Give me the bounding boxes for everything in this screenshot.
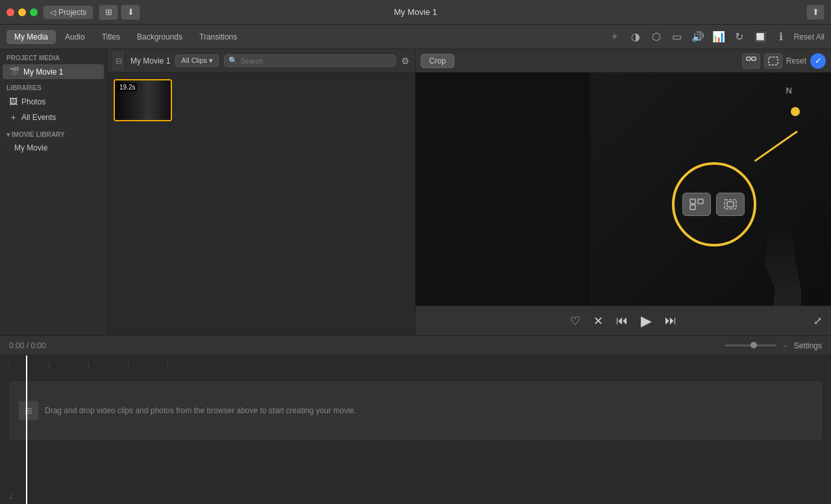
imovie-library-label: ▾ iMovie Library (0, 126, 106, 141)
svg-rect-6 (725, 200, 736, 209)
minimize-btn[interactable] (18, 8, 26, 16)
timeline-settings-button[interactable]: Settings (794, 341, 822, 350)
window-title: My Movie 1 (394, 7, 437, 17)
fullscreen-button[interactable]: ⤢ (813, 315, 822, 327)
timeline-drop-text: Drag and drop video clips and photos fro… (45, 406, 356, 415)
tab-titles[interactable]: Titles (94, 30, 128, 44)
search-icon: 🔍 (229, 56, 238, 65)
svg-rect-2 (769, 57, 778, 65)
magic-wand-icon[interactable]: ✦ (607, 29, 623, 45)
projects-button[interactable]: ◁ Projects (43, 5, 93, 19)
tab-my-media[interactable]: My Media (6, 30, 56, 44)
crop-corners-icon-button[interactable] (716, 193, 745, 216)
tab-audio[interactable]: Audio (57, 30, 93, 44)
confirm-button[interactable]: ✓ (810, 53, 826, 69)
titlebar-left: ◁ Projects ⊞ ⬇ (6, 5, 140, 20)
photos-icon: 🖼 (9, 97, 18, 106)
zoom-thumb (750, 342, 757, 348)
sidebar-toggle-button[interactable]: ⊟ (112, 51, 125, 71)
color-correction-icon[interactable]: ⬡ (649, 29, 664, 45)
color-balance-icon[interactable]: ◑ (628, 29, 643, 45)
video-preview: N (416, 73, 831, 335)
preview-panel: Crop Reset ✓ (416, 49, 831, 335)
timeline-cursor[interactable] (26, 355, 27, 504)
browser-content: 19.2s (107, 73, 415, 335)
reset-button[interactable]: Reset (786, 56, 806, 66)
playback-controls: ♡ ✕ ⏮ ▶ ⏭ ⤢ (416, 306, 831, 335)
fit-to-frame-button[interactable] (742, 53, 760, 69)
project-media-label: PROJECT MEDIA (0, 49, 106, 64)
sidebar-my-movie-label: My Movie 1 (23, 67, 63, 77)
preview-toolbar-right: Reset ✓ (742, 53, 826, 69)
crop-icon[interactable]: ▭ (669, 29, 685, 45)
info-icon[interactable]: ℹ (773, 29, 789, 45)
skip-forward-button[interactable]: ⏭ (665, 314, 676, 328)
clip-duration: 19.2s (118, 83, 137, 91)
crop-icon-buttons (682, 193, 745, 216)
clip-filter-icon[interactable]: 🔲 (752, 29, 768, 45)
timeline-track-area: ⊞ Drag and drop video clips and photos f… (0, 355, 831, 488)
browser-panel: ⊟ My Movie 1 All Clips ▾ 🔍 ⚙ 19.2s (107, 49, 416, 335)
preview-toolbar: Crop Reset ✓ (416, 49, 831, 73)
timeline-header: 0:00 / 0:00 − Settings (0, 336, 831, 355)
reset-all-button[interactable]: Reset All (794, 32, 825, 42)
libraries-label: LIBRARIES (0, 79, 106, 94)
svg-rect-0 (747, 57, 750, 60)
main-content: PROJECT MEDIA 🎬 My Movie 1 LIBRARIES 🖼 P… (0, 49, 831, 335)
tab-backgrounds[interactable]: Backgrounds (129, 30, 190, 44)
crop-frame-button[interactable] (764, 53, 782, 69)
audio-levels-icon[interactable]: 📊 (711, 29, 726, 45)
titlebar-right: ⬆ (806, 5, 825, 20)
sidebar-item-photos[interactable]: 🖼 Photos (3, 94, 104, 109)
timeline-audio-area: ♩ (0, 488, 831, 504)
sidebar-item-all-events[interactable]: ＋ All Events (3, 109, 104, 126)
search-input[interactable] (240, 57, 391, 65)
timeline-area: 0:00 / 0:00 − Settings ⊞ Drag and drop v… (0, 335, 831, 504)
toolbar-tabs: My Media Audio Titles Backgrounds Transi… (6, 30, 245, 44)
share-button[interactable]: ⬆ (806, 5, 825, 20)
tab-transitions[interactable]: Transitions (192, 30, 245, 44)
sidebar-item-my-movie[interactable]: 🎬 My Movie 1 (3, 64, 104, 79)
video-left-panel (416, 73, 590, 335)
movie-icon: 🎬 (9, 67, 19, 77)
timeline-controls-right: − Settings (725, 341, 822, 350)
svg-rect-5 (690, 205, 695, 210)
maximize-btn[interactable] (30, 8, 38, 16)
preview-area: N (416, 73, 831, 335)
play-button[interactable]: ▶ (641, 313, 652, 330)
clip-item[interactable]: 19.2s (114, 79, 172, 121)
audio-icon[interactable]: 🔊 (690, 29, 706, 45)
zoom-min-icon: − (783, 342, 787, 350)
svg-rect-3 (690, 199, 695, 204)
timeline-time: 0:00 / 0:00 (9, 341, 46, 350)
grid-view-button[interactable]: ⊞ (99, 5, 118, 20)
back-icon: ◁ (50, 8, 56, 17)
traffic-lights (6, 8, 38, 16)
skip-back-button[interactable]: ⏮ (616, 314, 628, 328)
zoom-slider[interactable] (725, 344, 776, 346)
audio-track-icon: ♩ (9, 492, 12, 501)
close-btn[interactable] (6, 8, 14, 16)
svg-rect-1 (752, 57, 756, 60)
svg-rect-7 (727, 202, 734, 207)
timeline-content: ⊞ Drag and drop video clips and photos f… (0, 355, 831, 504)
crop-button[interactable]: Crop (421, 54, 454, 68)
main-toolbar: My Media Audio Titles Backgrounds Transi… (0, 25, 831, 49)
favorite-button[interactable]: ♡ (570, 314, 580, 328)
timeline-drop-zone: ⊞ Drag and drop video clips and photos f… (9, 381, 822, 440)
search-box: 🔍 (224, 54, 396, 67)
browser-title: My Movie 1 (130, 56, 170, 66)
download-button[interactable]: ⬇ (121, 5, 140, 20)
browser-toolbar: ⊟ My Movie 1 All Clips ▾ 🔍 ⚙ (107, 49, 415, 73)
fit-crop-icon-button[interactable] (682, 193, 711, 216)
sidebar-photos-label: Photos (21, 97, 45, 106)
reject-button[interactable]: ✕ (593, 314, 603, 328)
speed-icon[interactable]: ↻ (732, 29, 747, 45)
toolbar-icons: ✦ ◑ ⬡ ▭ 🔊 📊 ↻ 🔲 ℹ Reset All (607, 29, 825, 45)
svg-rect-4 (698, 199, 703, 204)
timeline-drop-icon: ⊞ (19, 401, 38, 420)
sidebar-item-my-movie-library[interactable]: My Movie (0, 141, 106, 155)
settings-gear-icon[interactable]: ⚙ (401, 56, 410, 66)
titlebar: ◁ Projects ⊞ ⬇ My Movie 1 ⬆ (0, 0, 831, 25)
clip-filter-select[interactable]: All Clips ▾ (175, 54, 219, 67)
